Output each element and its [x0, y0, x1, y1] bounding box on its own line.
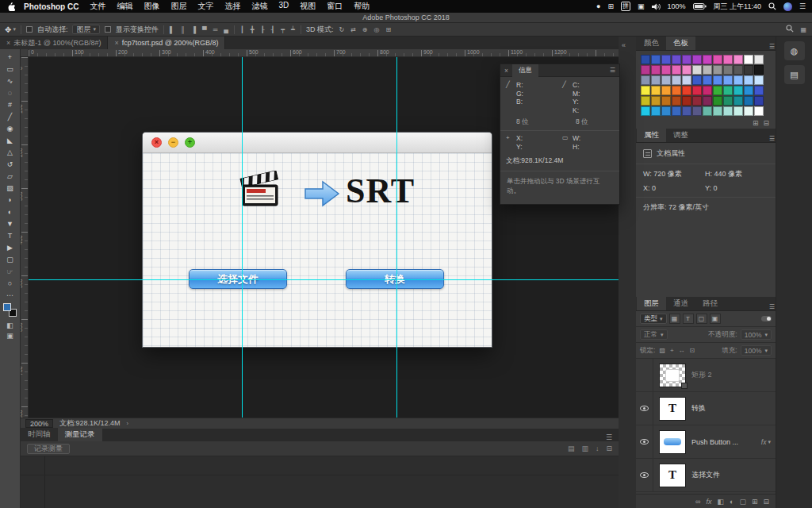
color-swatch[interactable] [703, 96, 712, 106]
align-right-icon[interactable]: ▐ [190, 26, 197, 33]
panel-tab[interactable]: 色板 [666, 37, 695, 50]
zoom-tool[interactable]: ○ [2, 278, 18, 290]
move-tool[interactable]: + [2, 52, 18, 64]
distribute-3-icon[interactable]: ┠ [260, 26, 266, 33]
align-center-h-icon[interactable]: ║ [180, 26, 186, 33]
color-swatch[interactable] [733, 75, 743, 85]
measurement-log-table[interactable] [21, 456, 619, 508]
panel-tab[interactable]: 测量记录 [58, 428, 102, 441]
layer-filter-toggle[interactable] [761, 316, 772, 321]
marquee-tool[interactable]: ▭ [2, 64, 18, 75]
layer-row[interactable]: 矩形 2 [636, 359, 776, 392]
input-method-icon[interactable]: 拼 [621, 2, 630, 11]
delete-layer-icon[interactable]: ⊟ [763, 498, 769, 506]
document-tab[interactable]: ×未标题-1 @ 100%(RGB/8#) [0, 37, 108, 49]
tab-close-icon[interactable]: × [114, 39, 118, 47]
zoom-level-field[interactable]: 200% [25, 419, 53, 428]
color-swatch[interactable] [692, 75, 702, 85]
color-swatch[interactable] [682, 55, 691, 64]
color-swatch[interactable] [672, 96, 681, 106]
new-swatch-icon[interactable]: ⊞ [753, 119, 759, 127]
workspace-selector-icon[interactable]: ▦ [799, 26, 807, 33]
swatches-panel-menu-icon[interactable]: ☰ [769, 43, 775, 50]
color-swatch[interactable] [651, 106, 661, 116]
color-swatch[interactable] [672, 106, 681, 116]
libraries-panel-icon[interactable]: ◍ [784, 41, 805, 60]
color-swatch[interactable] [672, 55, 681, 64]
clone-stamp-tool[interactable]: △ [2, 147, 18, 159]
layers-panel-menu-icon[interactable]: ☰ [769, 303, 775, 310]
color-swatch[interactable] [682, 96, 691, 106]
3d-roll-icon[interactable]: ⇄ [350, 26, 357, 33]
color-swatch[interactable] [692, 86, 702, 95]
distribute-5-icon[interactable]: ┯ [280, 26, 285, 33]
color-swatch[interactable] [713, 106, 722, 116]
ruler-left[interactable]: 0100200300400500600700800 [21, 57, 29, 418]
color-swatch[interactable] [641, 106, 650, 116]
distribute-4-icon[interactable]: ┨ [270, 26, 275, 33]
color-swatch[interactable] [703, 65, 712, 75]
color-swatch-control[interactable] [3, 303, 17, 317]
measure-select-icon[interactable]: ▤ [568, 444, 575, 452]
grid-status-icon[interactable]: ⊞ [607, 3, 614, 10]
history-brush-tool[interactable]: ↺ [2, 159, 18, 171]
3d-scale-icon[interactable]: ⊞ [385, 26, 393, 33]
panel-tab[interactable]: 属性 [637, 129, 666, 142]
color-swatch[interactable] [672, 86, 681, 95]
color-swatch[interactable] [754, 86, 764, 95]
crop-tool[interactable]: # [2, 99, 18, 111]
status-dot-icon[interactable]: ● [596, 3, 600, 10]
color-swatch[interactable] [733, 55, 743, 64]
color-swatch[interactable] [744, 106, 753, 116]
quick-selection-tool[interactable]: ◌ [2, 87, 18, 99]
layer-filter-type-dropdown[interactable]: 类型▾ [640, 314, 667, 324]
color-swatch[interactable] [651, 75, 661, 85]
color-swatch[interactable] [682, 65, 691, 75]
panel-tab[interactable]: 时间轴 [21, 428, 58, 441]
panel-tab[interactable]: 颜色 [637, 37, 666, 50]
info-panel-tab[interactable]: 信息 [512, 64, 538, 77]
options-search-icon[interactable] [785, 25, 795, 34]
screen-mode-icon[interactable]: ▣ [2, 330, 18, 341]
export-measurements-icon[interactable]: ↓ [596, 444, 599, 452]
delete-swatch-icon[interactable]: ⊟ [763, 119, 769, 127]
link-layers-icon[interactable]: ∞ [695, 498, 700, 506]
menubar-menu[interactable]: 帮助 [348, 1, 375, 12]
color-swatch[interactable] [754, 96, 764, 106]
eraser-tool[interactable]: ▱ [2, 171, 18, 183]
blur-tool[interactable]: ◗ [2, 194, 18, 206]
volume-icon[interactable] [652, 3, 661, 10]
color-swatch[interactable] [661, 75, 671, 85]
menubar-menu[interactable]: 图像 [138, 1, 165, 12]
color-swatch[interactable] [754, 65, 764, 75]
tab-close-icon[interactable]: × [6, 39, 10, 47]
filter-pixel-layers-icon[interactable]: ▦ [669, 314, 680, 324]
filter-type-layers-icon[interactable]: T [683, 314, 694, 324]
color-swatch[interactable] [661, 65, 671, 75]
shape-tool[interactable]: ▢ [2, 254, 18, 266]
color-swatch[interactable] [661, 96, 671, 106]
lock-position-icon[interactable]: ↔ [678, 347, 686, 354]
ruler-top[interactable]: 0100200300400500600700800900100011001200 [29, 49, 619, 57]
battery-icon[interactable] [693, 3, 707, 10]
measure-panel-menu-icon[interactable]: ☰ [599, 433, 619, 441]
foreground-color-swatch[interactable] [3, 303, 11, 311]
color-swatch[interactable] [672, 65, 681, 75]
record-measurements-button[interactable]: 记录测量 [27, 444, 70, 454]
status-options-icon[interactable]: › [127, 421, 128, 426]
opacity-dropdown[interactable]: 100%▾ [741, 329, 772, 340]
color-swatch[interactable] [744, 65, 753, 75]
menubar-menu[interactable]: 视图 [294, 1, 321, 12]
color-swatch[interactable] [641, 86, 650, 95]
layer-row[interactable]: T选择文件 [636, 459, 776, 492]
collapse-dock-icon[interactable]: « [622, 41, 626, 49]
color-swatch[interactable] [713, 75, 722, 85]
color-swatch[interactable] [723, 65, 733, 75]
color-swatch[interactable] [723, 75, 733, 85]
spotlight-search-icon[interactable] [768, 2, 776, 10]
3d-rotate-icon[interactable]: ↻ [338, 26, 345, 33]
info-panel-menu-icon[interactable]: ☰ [610, 67, 615, 74]
color-swatch[interactable] [713, 96, 722, 106]
menubar-clock[interactable]: 周三 上午11:40 [714, 3, 761, 10]
panel-tab[interactable]: 通道 [666, 297, 695, 310]
